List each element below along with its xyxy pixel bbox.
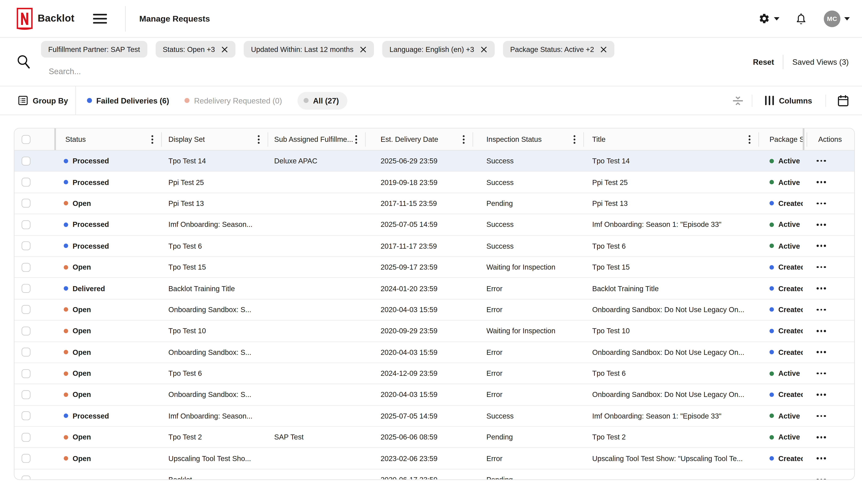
group-by-button[interactable]: Group By — [18, 96, 68, 105]
column-header-display_set[interactable]: Display Set — [161, 129, 267, 150]
column-header-package[interactable]: Package St — [758, 129, 803, 150]
reset-button[interactable]: Reset — [753, 57, 774, 66]
row-actions-button[interactable] — [817, 288, 826, 289]
row-checkbox[interactable] — [22, 220, 30, 229]
table-row[interactable]: OpenOnboarding Sandbox: S...2020-04-03 1… — [14, 342, 854, 363]
chip-remove-button[interactable] — [360, 46, 367, 53]
column-header-sub_assigned[interactable]: Sub Assigned Fulfillme... — [267, 129, 365, 150]
row-actions-button[interactable] — [817, 160, 826, 162]
filter-chip[interactable]: Status: Open +3 — [156, 41, 235, 57]
search-input[interactable] — [48, 64, 360, 79]
row-checkbox[interactable] — [22, 411, 30, 420]
row-checkbox[interactable] — [22, 475, 30, 480]
chip-remove-button[interactable] — [600, 46, 607, 53]
row-checkbox[interactable] — [22, 327, 30, 335]
column-header-inspection[interactable]: Inspection Status — [472, 129, 584, 150]
table-row[interactable]: OpenTpo Test 102020-09-29 23:59Waiting f… — [14, 320, 854, 342]
columns-button[interactable]: Columns — [765, 96, 812, 105]
row-actions-button[interactable] — [817, 266, 826, 268]
table-row[interactable]: OpenTpo Test 152025-09-17 23:59Waiting f… — [14, 257, 854, 278]
search-icon — [16, 54, 30, 69]
cell-status: Delivered — [54, 278, 161, 299]
row-actions-button[interactable] — [817, 224, 826, 226]
cell-sub-assigned-fulfillment — [267, 236, 365, 256]
table-row[interactable]: OpenTpo Test 2SAP Test2025-06-06 08:59Pe… — [14, 427, 854, 448]
row-actions-button[interactable] — [817, 394, 826, 396]
table-row[interactable]: ProcessedImf Onboarding: Season...2025-0… — [14, 406, 854, 427]
row-checkbox[interactable] — [22, 178, 30, 187]
table-row[interactable]: ProcessedTpo Test 14Deluxe APAC2025-06-2… — [14, 150, 854, 172]
menu-button[interactable] — [93, 14, 107, 24]
column-header-actions[interactable]: Actions — [803, 129, 854, 150]
settings-button[interactable] — [758, 13, 780, 24]
row-actions-button[interactable] — [817, 245, 826, 247]
table-row[interactable]: OpenPpi Test 132017-11-15 23:59PendingPp… — [14, 193, 854, 214]
row-checkbox[interactable] — [22, 157, 30, 165]
status-label: Open — [73, 390, 91, 399]
table-row[interactable]: ProcessedTpo Test 62017-11-17 23:59Succe… — [14, 236, 854, 257]
package-status-value: Created — [770, 199, 803, 208]
row-actions-button[interactable] — [817, 479, 826, 480]
tab-redelivery-requested-0[interactable]: Redelivery Requested (0) — [185, 96, 282, 105]
column-menu-icon[interactable] — [748, 135, 751, 144]
row-actions-button[interactable] — [817, 330, 826, 332]
table-row[interactable]: OpenOnboarding Sandbox: S...2020-04-03 1… — [14, 299, 854, 320]
filter-chip[interactable]: Fulfillment Partner: SAP Test — [41, 41, 147, 57]
chip-remove-button[interactable] — [480, 46, 487, 53]
tab-all-27[interactable]: All (27) — [298, 92, 347, 109]
column-menu-icon[interactable] — [573, 135, 576, 144]
row-checkbox[interactable] — [22, 284, 30, 293]
table-row[interactable]: OpenUpscaling Tool Test Sho...2023-02-06… — [14, 448, 854, 469]
row-actions-button[interactable] — [817, 202, 826, 204]
row-actions-button[interactable] — [817, 309, 826, 311]
calendar-button[interactable] — [838, 94, 849, 107]
column-header-title[interactable]: Title — [584, 129, 758, 150]
requests-table: StatusDisplay SetSub Assigned Fulfillme.… — [14, 128, 855, 480]
select-all-checkbox[interactable] — [22, 135, 30, 144]
column-header-status[interactable]: Status — [54, 129, 161, 150]
account-button[interactable]: MC — [824, 10, 850, 27]
row-checkbox[interactable] — [22, 369, 30, 378]
cell-inspection-status-text: Error — [486, 390, 502, 399]
column-header-est_delivery[interactable]: Est. Delivery Date — [365, 129, 473, 150]
chip-remove-button[interactable] — [221, 46, 228, 53]
tab-failed-deliveries-6[interactable]: Failed Deliveries (6) — [87, 96, 169, 105]
filter-chip[interactable]: Updated Within: Last 12 months — [244, 41, 374, 57]
column-menu-icon[interactable] — [151, 135, 154, 144]
cell-actions — [803, 469, 854, 480]
row-actions-button[interactable] — [817, 351, 826, 353]
row-checkbox[interactable] — [22, 433, 30, 441]
row-actions-button[interactable] — [817, 372, 826, 374]
table-row[interactable]: OpenOnboarding Sandbox: S...2020-04-03 1… — [14, 384, 854, 406]
table-row[interactable]: ProcessedPpi Test 252019-09-18 23:59Succ… — [14, 172, 854, 193]
table-row[interactable]: OpenTpo Test 62024-12-09 23:59ErrorTpo T… — [14, 363, 854, 384]
row-checkbox[interactable] — [22, 199, 30, 208]
cell-est-delivery-date-text: 2025-07-05 14:59 — [381, 221, 437, 229]
filter-chip[interactable]: Language: English (en) +3 — [382, 41, 495, 57]
row-checkbox[interactable] — [22, 241, 30, 250]
column-menu-icon[interactable] — [355, 135, 357, 144]
row-checkbox[interactable] — [22, 390, 30, 399]
row-checkbox[interactable] — [22, 305, 30, 314]
column-menu-icon[interactable] — [463, 135, 465, 144]
cell-inspection-status: Error — [472, 278, 584, 299]
row-density-button[interactable] — [733, 95, 743, 106]
saved-views-button[interactable]: Saved Views (3) — [793, 57, 849, 66]
filter-chip[interactable]: Package Status: Active +2 — [503, 41, 614, 57]
table-row[interactable]: ProcessedImf Onboarding: Season...2025-0… — [14, 214, 854, 236]
table-row[interactable]: Backlot...2020-06-17 23:59Pending — [14, 469, 854, 480]
cell-select — [14, 448, 54, 469]
row-checkbox[interactable] — [22, 454, 30, 463]
cell-display-set: Tpo Test 6 — [161, 236, 267, 256]
cell-title-text: Backlot Training Title — [592, 284, 659, 293]
column-menu-icon[interactable] — [258, 135, 260, 144]
row-checkbox[interactable] — [22, 263, 30, 271]
row-actions-button[interactable] — [817, 457, 826, 460]
table-row[interactable]: DeliveredBacklot Training Title2024-01-2… — [14, 278, 854, 299]
notifications-button[interactable] — [795, 12, 807, 25]
row-actions-button[interactable] — [817, 181, 826, 183]
row-actions-button[interactable] — [817, 436, 826, 438]
row-actions-button[interactable] — [817, 415, 826, 417]
row-checkbox[interactable] — [22, 348, 30, 357]
status-value: Open — [64, 306, 91, 314]
